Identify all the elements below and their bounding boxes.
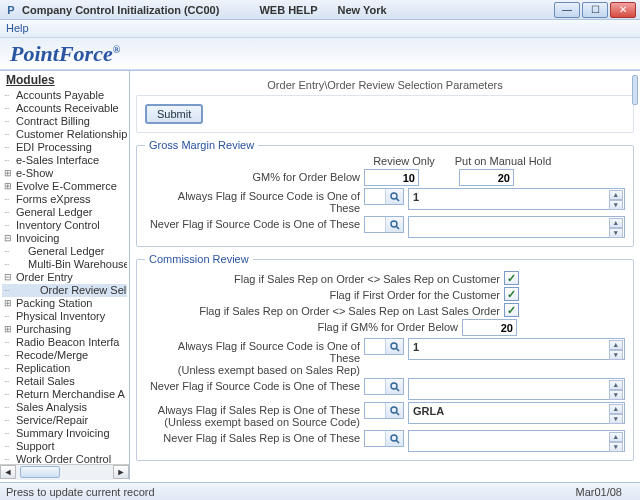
tree-item[interactable]: Summary Invoicing <box>2 427 127 440</box>
cr-chk2-label: Flag if First Order for the Customer <box>145 287 500 301</box>
cr-n1-label: Never Flag if Source Code is One of Thes… <box>145 378 360 392</box>
tree-item[interactable]: Sales Analysis <box>2 401 127 414</box>
tree-item[interactable]: e-Sales Interface <box>2 154 127 167</box>
maximize-button[interactable]: ☐ <box>582 2 608 18</box>
tree-item[interactable]: Multi-Bin Warehouse <box>2 258 127 271</box>
cr-a2-label: Always Flag if Sales Rep is One of These… <box>145 402 360 428</box>
cr-chk3[interactable]: ✓ <box>504 303 519 317</box>
module-tree[interactable]: Accounts PayableAccounts ReceivableContr… <box>0 89 129 464</box>
scroll-thumb[interactable] <box>20 466 60 478</box>
scroll-left-button[interactable]: ◄ <box>0 465 16 479</box>
cr-gm-label: Flag if GM% for Order Below <box>145 319 458 333</box>
tree-item[interactable]: Order Entry <box>2 271 127 284</box>
tree-item[interactable]: Purchasing <box>2 323 127 336</box>
cr-a2-lookup[interactable] <box>364 402 404 419</box>
gm-always-lookup[interactable] <box>364 188 404 205</box>
cr-gm-input[interactable] <box>462 319 517 336</box>
gm-col-hold: Put on Manual Hold <box>448 155 558 167</box>
tree-item[interactable]: Forms eXpress <box>2 193 127 206</box>
gm-never-textarea[interactable]: ▴▾ <box>408 216 625 238</box>
svg-point-0 <box>391 193 397 199</box>
tree-item[interactable]: Inventory Control <box>2 219 127 232</box>
tree-item[interactable]: Replication <box>2 362 127 375</box>
gross-margin-fieldset: Gross Margin Review Review Only Put on M… <box>136 139 634 247</box>
tree-item[interactable]: Invoicing <box>2 232 127 245</box>
svg-line-5 <box>396 348 399 351</box>
cr-legend: Commission Review <box>145 253 253 265</box>
magnify-icon[interactable] <box>385 379 403 394</box>
svg-line-7 <box>396 388 399 391</box>
tree-item[interactable]: Return Merchandise A <box>2 388 127 401</box>
brand-logo: PointForce® <box>10 41 120 67</box>
brand-bar: PointForce® <box>0 38 640 70</box>
tree-item[interactable]: Evolve E-Commerce <box>2 180 127 193</box>
content-scrollbar[interactable] <box>632 75 638 105</box>
sidebar-header: Modules <box>0 71 129 89</box>
titlebar: P Company Control Initialization (CC00) … <box>0 0 640 20</box>
status-message: Press to update current record <box>6 486 155 498</box>
gm-row1-label: GM% for Order Below <box>145 169 360 183</box>
tree-item[interactable]: Recode/Merge <box>2 349 127 362</box>
svg-point-6 <box>391 383 397 389</box>
cr-a1-textarea[interactable]: 1▴▾ <box>408 338 625 360</box>
commission-fieldset: Commission Review Flag if Sales Rep on O… <box>136 253 634 461</box>
tree-item[interactable]: e-Show <box>2 167 127 180</box>
tree-item[interactable]: Contract Billing <box>2 115 127 128</box>
tree-item[interactable]: EDI Processing <box>2 141 127 154</box>
minimize-button[interactable]: — <box>554 2 580 18</box>
tree-item[interactable]: Packing Station <box>2 297 127 310</box>
cr-chk1-label: Flag if Sales Rep on Order <> Sales Rep … <box>145 271 500 285</box>
svg-point-8 <box>391 407 397 413</box>
cr-n1-textarea[interactable]: ▴▾ <box>408 378 625 400</box>
cr-a1-lookup[interactable] <box>364 338 404 355</box>
tree-item[interactable]: General Ledger <box>2 245 127 258</box>
tree-item[interactable]: Radio Beacon Interfa <box>2 336 127 349</box>
magnify-icon[interactable] <box>385 189 403 204</box>
svg-point-10 <box>391 435 397 441</box>
cr-chk3-label: Flag if Sales Rep on Order <> Sales Rep … <box>145 303 500 317</box>
submit-button[interactable]: Submit <box>145 104 203 124</box>
sidebar-hscroll[interactable]: ◄ ► <box>0 464 129 480</box>
tree-item[interactable]: Retail Sales <box>2 375 127 388</box>
gm-review-input[interactable] <box>364 169 419 186</box>
gm-row2-label: Always Flag if Source Code is One of The… <box>145 188 360 214</box>
magnify-icon[interactable] <box>385 431 403 446</box>
svg-line-3 <box>396 226 399 229</box>
gm-hold-input[interactable] <box>459 169 514 186</box>
tree-item[interactable]: Service/Repair <box>2 414 127 427</box>
tree-item[interactable]: Work Order Control <box>2 453 127 464</box>
gm-always-textarea[interactable]: 1▴▾ <box>408 188 625 210</box>
magnify-icon[interactable] <box>385 339 403 354</box>
tree-item[interactable]: Physical Inventory <box>2 310 127 323</box>
cr-n2-lookup[interactable] <box>364 430 404 447</box>
web-help-link[interactable]: WEB HELP <box>259 4 317 16</box>
spinner-down-icon[interactable]: ▾ <box>609 200 623 210</box>
tree-item[interactable]: Accounts Receivable <box>2 102 127 115</box>
svg-line-11 <box>396 440 399 443</box>
tree-item[interactable]: General Ledger <box>2 206 127 219</box>
cr-n2-textarea[interactable]: ▴▾ <box>408 430 625 452</box>
cr-n1-lookup[interactable] <box>364 378 404 395</box>
magnify-icon[interactable] <box>385 403 403 418</box>
gm-never-lookup[interactable] <box>364 216 404 233</box>
menu-help[interactable]: Help <box>6 22 29 34</box>
svg-point-4 <box>391 343 397 349</box>
spinner-up-icon[interactable]: ▴ <box>609 190 623 200</box>
scroll-track[interactable] <box>16 465 113 480</box>
scroll-right-button[interactable]: ► <box>113 465 129 479</box>
close-button[interactable]: ✕ <box>610 2 636 18</box>
tree-item[interactable]: Support <box>2 440 127 453</box>
cr-a1-label: Always Flag if Source Code is One of The… <box>145 338 360 376</box>
cr-a2-textarea[interactable]: GRLA▴▾ <box>408 402 625 424</box>
location-link[interactable]: New York <box>337 4 386 16</box>
titlebar-links: WEB HELP New York <box>259 4 386 16</box>
tree-item[interactable]: Order Review Sel <box>2 284 127 297</box>
svg-point-2 <box>391 221 397 227</box>
cr-chk1[interactable]: ✓ <box>504 271 519 285</box>
magnify-icon[interactable] <box>385 217 403 232</box>
tree-item[interactable]: Customer Relationship <box>2 128 127 141</box>
cr-chk2[interactable]: ✓ <box>504 287 519 301</box>
tree-item[interactable]: Accounts Payable <box>2 89 127 102</box>
app-icon: P <box>4 3 18 17</box>
status-bar: Press to update current record Mar01/08 <box>0 482 640 500</box>
